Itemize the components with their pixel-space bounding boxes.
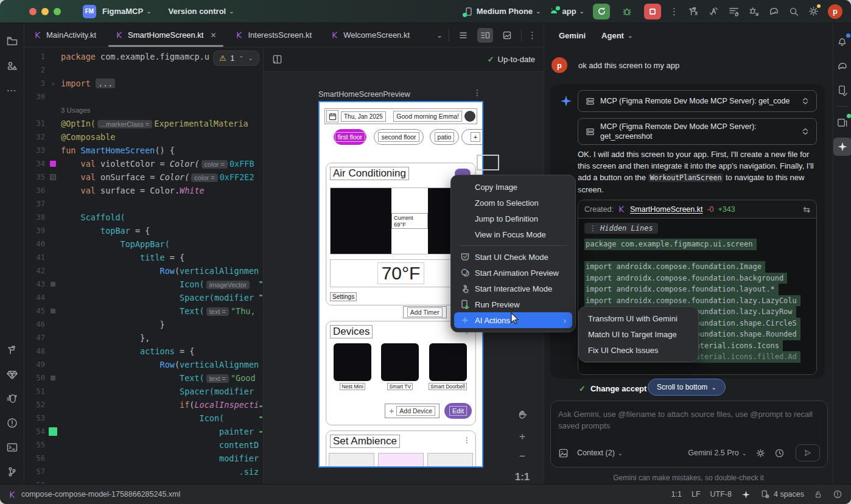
gutter-line-number[interactable]: 42 xyxy=(24,267,45,275)
traffic-lights[interactable] xyxy=(29,8,61,15)
gradle-icon[interactable] xyxy=(833,57,851,75)
gutter-line-number[interactable]: 34 xyxy=(24,159,45,168)
line-ending[interactable]: LF xyxy=(692,490,701,499)
gutter-line-number[interactable]: 47 xyxy=(24,334,45,342)
settings-icon[interactable] xyxy=(808,5,819,17)
run-options-kebab-icon[interactable]: ⋮ xyxy=(670,6,679,17)
fold-arrow-icon[interactable]: › xyxy=(51,80,55,88)
gutter-color-swatch[interactable] xyxy=(51,309,55,313)
gutter-line-number[interactable]: 46 xyxy=(24,320,45,329)
gutter-line-number[interactable]: 30 xyxy=(24,93,45,101)
code-view-icon[interactable] xyxy=(455,28,471,43)
send-button[interactable] xyxy=(796,444,820,461)
gutter-line-number[interactable]: 44 xyxy=(24,293,45,302)
gutter-line-number[interactable]: 41 xyxy=(24,253,45,262)
gutter-line-number[interactable]: 32 xyxy=(24,133,45,141)
open-diff-icon[interactable]: ⇆ xyxy=(803,205,810,214)
gutter-line-number[interactable]: 43 xyxy=(24,280,45,289)
more-tool-windows-icon[interactable]: ⋯ xyxy=(3,81,21,99)
tab-welcomescreen-kt[interactable]: WelcomeScreen.kt xyxy=(321,23,419,47)
gutter-line-number[interactable]: 53 xyxy=(24,414,45,422)
submenu-item-transform-ui-with-gemini[interactable]: Transform UI with Gemini xyxy=(582,310,695,326)
gutter-line-number[interactable]: 38 xyxy=(24,213,45,222)
tab-list-chevron-icon[interactable]: ⌄ xyxy=(436,31,443,40)
preview-name[interactable]: SmartHomeScreenPreview xyxy=(318,90,410,99)
code-editor[interactable]: 1package com.example.figmamcp.u23›import… xyxy=(24,47,263,484)
file-encoding[interactable]: UTF-8 xyxy=(710,490,732,499)
tab-gemini[interactable]: Gemini xyxy=(559,31,586,40)
scroll-to-bottom-button[interactable]: Scroll to bottom⌄ xyxy=(648,379,726,396)
zoom-out-icon[interactable]: − xyxy=(515,449,530,464)
tool-call-get-screenshot[interactable]: MCP (Figma Remote Dev Mode MCP Server): … xyxy=(578,118,817,145)
gutter-line-number[interactable]: 3 xyxy=(24,79,45,88)
caret-position[interactable]: 1:1 xyxy=(671,490,682,499)
tab-interestsscreen-kt[interactable]: InterestsScreen.kt xyxy=(226,23,321,47)
preview-layout-icon[interactable] xyxy=(272,54,282,65)
gutter-line-number[interactable]: 45 xyxy=(24,307,45,315)
gutter-color-swatch[interactable] xyxy=(49,427,57,436)
submenu-item-match-ui-to-target-image[interactable]: Match UI to Target Image xyxy=(582,326,695,342)
device-selector[interactable]: Medium Phone⌄ xyxy=(464,7,541,16)
run-config-selector[interactable]: app⌄ xyxy=(549,7,584,16)
gutter-line-number[interactable]: 49 xyxy=(24,360,45,369)
profiler-icon[interactable] xyxy=(728,5,740,17)
menu-item-zoom-to-selection[interactable]: Zoom to Selection xyxy=(454,195,572,211)
menu-item-start-animation-preview[interactable]: Start Animation Preview xyxy=(454,265,572,281)
tool-call-get-code[interactable]: MCP (Figma Remote Dev Mode MCP Server): … xyxy=(578,90,817,112)
gutter-line-number[interactable]: 2 xyxy=(24,66,45,74)
menu-item-run-preview[interactable]: Run Preview xyxy=(454,296,572,312)
created-file-link[interactable]: SmartHomeScreen.kt xyxy=(630,205,702,214)
terminal-icon[interactable] xyxy=(3,438,21,457)
gutter-line-number[interactable]: 33 xyxy=(24,146,45,155)
device-mirror-icon[interactable] xyxy=(768,5,780,17)
menu-item-start-ui-check-mode[interactable]: Start UI Check Mode xyxy=(454,249,572,265)
editor-scrollbar[interactable] xyxy=(259,47,263,484)
gutter-line-number[interactable]: 1 xyxy=(24,52,45,61)
menu-item-jump-to-definition[interactable]: Jump to Definition xyxy=(454,211,572,226)
prompt-settings-icon[interactable] xyxy=(755,448,766,458)
debug-button[interactable] xyxy=(618,4,636,19)
tab-smarthomescreen-kt[interactable]: SmartHomeScreen.kt✕ xyxy=(106,23,226,47)
zoom-actual-size[interactable]: 1:1 xyxy=(515,470,530,484)
tab-mainactivity-kt[interactable]: MainActivity.kt xyxy=(24,23,106,47)
write-access-lock-icon[interactable] xyxy=(814,490,823,499)
split-view-icon[interactable] xyxy=(477,28,493,43)
model-selector[interactable]: Gemini 2.5 Pro⌄ xyxy=(688,449,747,457)
gutter-line-number[interactable]: 55 xyxy=(24,441,45,449)
project-tool-icon[interactable] xyxy=(3,32,21,51)
gutter-line-number[interactable]: 52 xyxy=(24,401,45,409)
gutter-line-number[interactable]: 50 xyxy=(24,374,45,382)
search-icon[interactable] xyxy=(788,6,799,17)
build-icon[interactable] xyxy=(688,5,699,17)
zoom-in-icon[interactable]: ＋ xyxy=(515,429,530,443)
project-selector[interactable]: FigmaMCP⌄ xyxy=(102,7,152,16)
logcat-icon[interactable] xyxy=(3,390,21,408)
device-explorer-icon[interactable] xyxy=(833,81,851,99)
build-tool-icon[interactable] xyxy=(3,341,21,359)
gutter-line-number[interactable]: 57 xyxy=(24,467,45,476)
attach-image-icon[interactable] xyxy=(558,448,569,458)
vcs-selector[interactable]: Version control⌄ xyxy=(169,7,234,16)
close-window-icon[interactable] xyxy=(29,8,37,15)
gutter-line-number[interactable]: 36 xyxy=(24,186,45,195)
running-devices-icon[interactable] xyxy=(833,113,851,131)
user-avatar[interactable]: p xyxy=(828,4,842,19)
gemini-prompt-input[interactable]: Ask Gemini, use @filename to attach sour… xyxy=(550,401,828,467)
gutter-color-swatch[interactable] xyxy=(50,174,56,180)
gutter-line-number[interactable]: 56 xyxy=(24,454,45,463)
gutter-line-number[interactable]: 40 xyxy=(24,240,45,248)
tab-options-kebab-icon[interactable]: ⋮ xyxy=(528,30,538,41)
history-icon[interactable] xyxy=(774,448,785,458)
gutter-color-swatch[interactable] xyxy=(51,376,55,380)
app-quality-insights-icon[interactable] xyxy=(3,365,21,383)
notifications-icon[interactable] xyxy=(833,32,851,51)
expand-icon[interactable] xyxy=(802,127,809,136)
menu-item-start-interactive-mode[interactable]: Start Interactive Mode xyxy=(454,281,572,296)
context-selector[interactable]: Context (2)⌄ xyxy=(577,449,623,457)
minimize-window-icon[interactable] xyxy=(41,8,49,15)
hidden-lines-chip[interactable]: ⋮ Hidden Lines xyxy=(584,223,658,234)
gutter-color-swatch[interactable] xyxy=(51,282,55,287)
indent-setting[interactable]: 4 spaces xyxy=(760,489,804,499)
gutter-line-number[interactable]: 48 xyxy=(24,347,45,355)
gutter-line-number[interactable]: 35 xyxy=(24,173,45,181)
